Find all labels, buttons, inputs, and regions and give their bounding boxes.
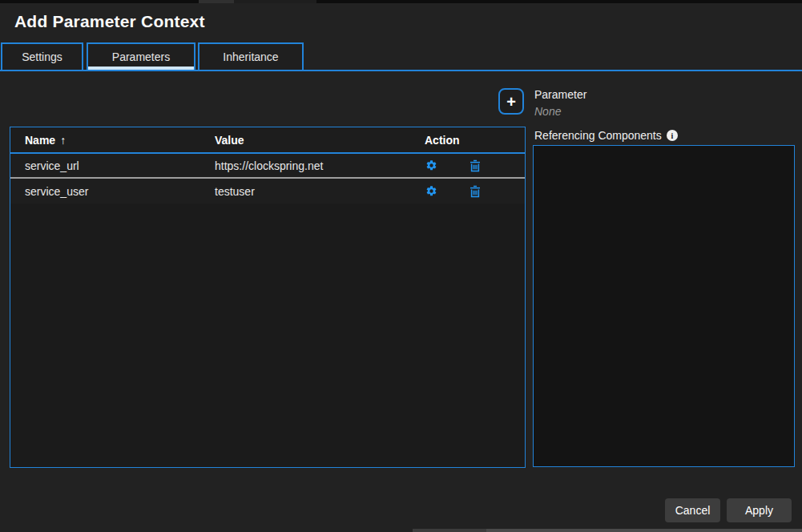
table-header-row: Name ↑ Value Action [10, 127, 525, 154]
tab-settings[interactable]: Settings [1, 42, 83, 71]
table-row[interactable]: service_user testuser [10, 179, 525, 204]
tab-inheritance[interactable]: Inheritance [198, 42, 304, 71]
add-parameter-button[interactable]: + [498, 88, 524, 115]
background-page-bottom-strip [486, 529, 802, 532]
edit-parameter-button[interactable] [425, 185, 437, 198]
referencing-components-text: Referencing Components [534, 129, 662, 142]
column-header-value-label: Value [215, 134, 244, 147]
gear-icon [425, 185, 437, 197]
info-icon[interactable]: i [667, 130, 678, 141]
tab-settings-label: Settings [22, 50, 62, 63]
referencing-components-label: Referencing Components i [534, 129, 678, 142]
parameter-value-cell: testuser [215, 185, 420, 198]
tab-parameters[interactable]: Parameters [87, 42, 195, 71]
row-actions [420, 185, 525, 198]
trash-icon [470, 185, 481, 198]
plus-icon: + [506, 94, 516, 110]
column-header-name[interactable]: Name ↑ [10, 134, 215, 147]
dialog-title: Add Parameter Context [14, 12, 205, 31]
row-actions [420, 159, 525, 172]
trash-icon [470, 159, 481, 172]
referencing-components-list [533, 145, 795, 467]
parameters-table: Name ↑ Value Action service_url https://… [10, 127, 526, 468]
tabbar-divider [0, 70, 802, 71]
parameter-name-cell: service_user [10, 185, 215, 198]
column-header-name-label: Name [25, 134, 55, 147]
column-header-action-label: Action [425, 134, 460, 147]
delete-parameter-button[interactable] [469, 159, 482, 172]
cancel-button[interactable]: Cancel [665, 498, 720, 522]
background-segment [234, 0, 316, 3]
column-header-value[interactable]: Value [215, 134, 420, 147]
parameter-name-cell: service_url [10, 159, 215, 172]
table-row[interactable]: service_url https://clockspring.net [10, 154, 525, 179]
parameter-panel-value: None [534, 105, 561, 118]
parameter-value-cell: https://clockspring.net [215, 159, 420, 172]
sort-ascending-icon: ↑ [60, 134, 66, 147]
tab-parameters-label: Parameters [112, 50, 170, 63]
edit-parameter-button[interactable] [425, 159, 437, 172]
background-segment [199, 0, 234, 3]
gear-icon [425, 159, 437, 171]
column-header-action: Action [420, 134, 525, 147]
apply-button[interactable]: Apply [727, 498, 792, 522]
delete-parameter-button[interactable] [469, 185, 482, 198]
background-page-top-strip [0, 0, 802, 3]
parameter-panel-label: Parameter [534, 88, 586, 101]
tab-inheritance-label: Inheritance [223, 50, 278, 63]
